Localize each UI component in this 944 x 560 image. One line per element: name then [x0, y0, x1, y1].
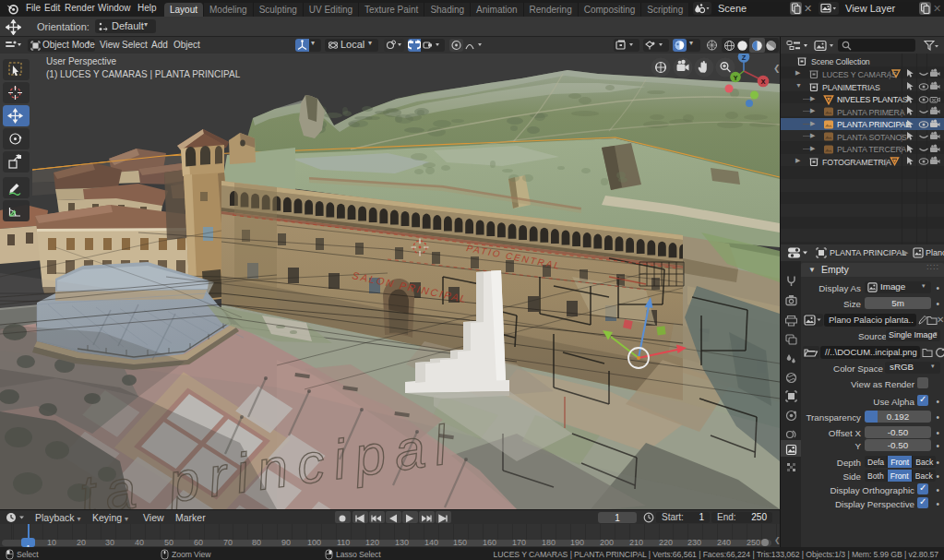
svg-text:Y: Y	[734, 75, 738, 81]
svg-text:(1) LUCES Y CAMARAS | PLANTA P: (1) LUCES Y CAMARAS | PLANTA PRINCIPAL	[46, 69, 241, 79]
svg-text:X: X	[760, 77, 765, 86]
svg-text:❮: ❮	[773, 64, 780, 74]
svg-text:User Perspective: User Perspective	[46, 56, 117, 66]
svg-text:Z: Z	[742, 54, 747, 62]
